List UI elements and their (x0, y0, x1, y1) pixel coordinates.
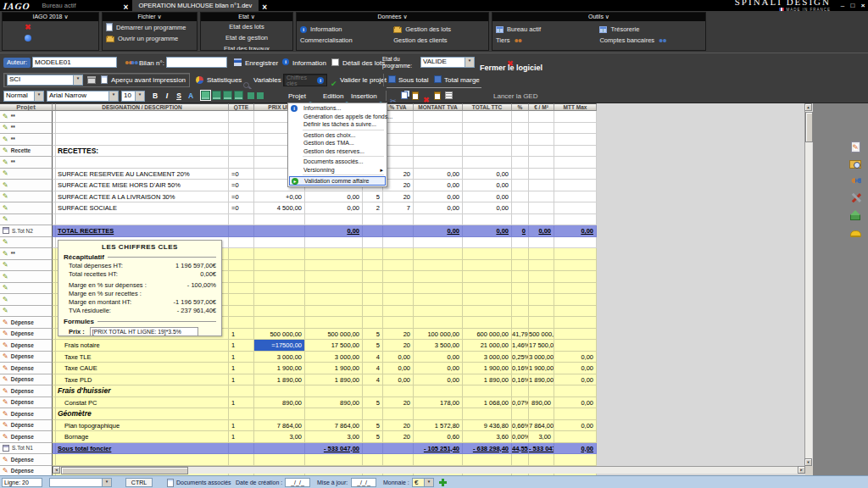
cell-pct[interactable]: 0,66% (512, 420, 529, 432)
cell-pct[interactable] (512, 237, 529, 249)
scroll-down-icon[interactable]: ▼ (804, 458, 812, 466)
etat-des-lots-button[interactable]: Etat des lots (201, 21, 292, 32)
cell-c1[interactable] (363, 237, 383, 249)
cell-em[interactable] (529, 202, 554, 214)
cell-em[interactable]: 0,00 (529, 225, 554, 237)
row-selector-cell[interactable]: Dépense (0, 408, 53, 420)
cell-mtva[interactable] (414, 385, 463, 397)
scrollbar-thumb[interactable] (805, 112, 813, 142)
sous-total-button[interactable]: Sous total (398, 76, 429, 84)
cell-mtt[interactable]: 0,00 (554, 397, 597, 409)
chevron-down-icon[interactable] (465, 58, 474, 67)
cell-pct[interactable] (512, 111, 529, 123)
cell-c1[interactable] (363, 283, 383, 295)
cell-tva[interactable] (383, 237, 414, 249)
cell-c1[interactable] (363, 225, 383, 237)
cell-mtva[interactable]: - 105 251,40 (414, 443, 463, 455)
insertion-menu-button[interactable]: Insertion (351, 92, 377, 100)
cell-ht[interactable] (305, 237, 363, 249)
cell-pu[interactable]: 4 500,00 (254, 202, 305, 214)
cell-q[interactable]: 1 (229, 397, 254, 409)
cell-tva[interactable] (383, 408, 414, 420)
table-row[interactable]: DépenseFrais d'huissier (0, 385, 597, 397)
column-header-p[interactable]: Projet (0, 103, 53, 111)
cell-mtva[interactable]: 0,00 (414, 363, 463, 374)
cell-c1[interactable]: 5 (363, 420, 383, 432)
cell-d[interactable]: Frais notaire (56, 340, 229, 352)
row-selector-cell[interactable] (0, 237, 53, 249)
cell-pct[interactable]: 41,79.. (512, 329, 529, 341)
cell-d[interactable]: Frais d'huissier (56, 385, 229, 397)
row-selector-cell[interactable]: ** (0, 248, 53, 260)
cell-d[interactable] (56, 214, 229, 226)
table-row[interactable]: DépenseTaxe CAUE11 900,001 900,0040,000,… (0, 363, 597, 374)
cell-q[interactable] (229, 134, 254, 146)
cell-d[interactable]: Taxe CAUE (56, 363, 229, 374)
column-header-em[interactable]: € / M² (529, 103, 554, 111)
cell-c1[interactable]: 4 (363, 352, 383, 363)
cell-pu[interactable]: 1 890,00 (254, 374, 305, 386)
cell-q[interactable] (229, 408, 254, 420)
cell-ht[interactable]: 890,00 (305, 397, 363, 409)
cell-c1[interactable] (363, 294, 383, 306)
cell-mtva[interactable] (414, 111, 463, 123)
cell-ht[interactable]: 17 500,00 (305, 340, 363, 352)
cell-c1[interactable] (363, 454, 383, 466)
cell-d[interactable]: Bornage (56, 431, 229, 443)
cell-d[interactable] (56, 123, 229, 135)
paste-special-icon[interactable] (434, 92, 441, 100)
row-selector-cell[interactable]: Dépense (0, 454, 53, 466)
cell-d[interactable] (56, 111, 229, 123)
cell-q[interactable]: 1 (229, 374, 254, 386)
context-menu-item[interactable]: Génération des appels de fonds... (289, 113, 386, 121)
cell-ht[interactable] (305, 271, 363, 283)
cell-ttc[interactable] (463, 146, 512, 158)
row-selector-cell[interactable] (0, 169, 53, 180)
cell-pu[interactable] (254, 385, 305, 397)
chevron-down-icon[interactable] (108, 92, 118, 101)
chevron-down-icon[interactable] (424, 479, 433, 486)
cell-ht[interactable] (305, 385, 363, 397)
cell-mtt[interactable]: 0,00 (554, 374, 597, 386)
cell-c1[interactable] (363, 385, 383, 397)
row-selector-cell[interactable] (0, 306, 53, 318)
cell-pct[interactable]: 0,16% (512, 374, 529, 386)
paste-icon[interactable] (412, 92, 419, 100)
tab-bureau-actif[interactable]: Bureau actif (36, 0, 120, 11)
contacts-icon[interactable] (849, 175, 862, 189)
cell-pct[interactable] (512, 146, 529, 158)
cell-ht[interactable]: 0,00 (305, 191, 363, 203)
cell-ttc[interactable] (463, 111, 512, 123)
table-row[interactable]: DépensePlan topographique17 864,007 864,… (0, 420, 597, 432)
cell-mtt[interactable] (554, 340, 597, 352)
cell-pct[interactable] (512, 385, 529, 397)
scroll-up-icon[interactable]: ▲ (804, 103, 812, 111)
cell-pu[interactable]: 3,00 (254, 431, 305, 443)
notes-document-icon[interactable] (849, 141, 862, 155)
cell-mtt[interactable] (554, 283, 597, 295)
ribbon-group-fichier-title[interactable]: Fichier ∨ (103, 13, 197, 21)
italic-button[interactable]: I (162, 92, 172, 100)
cell-mtt[interactable] (554, 431, 597, 443)
bureau-actif-button[interactable]: Bureau actif (492, 21, 596, 35)
row-selector-cell[interactable] (0, 294, 53, 306)
cell-pct[interactable] (512, 180, 529, 191)
statusbar-select[interactable] (49, 478, 112, 487)
hard-hat-icon[interactable] (849, 226, 862, 240)
cell-tva[interactable] (383, 306, 414, 318)
cell-q[interactable] (229, 317, 254, 329)
cell-d[interactable] (56, 134, 229, 146)
ribbon-group-donnees-title[interactable]: Données ∨ (297, 13, 488, 21)
cell-ht[interactable] (305, 283, 363, 295)
cell-pct[interactable] (512, 294, 529, 306)
cell-c1[interactable]: 5 (363, 340, 383, 352)
cell-em[interactable] (529, 237, 554, 249)
font-select[interactable]: Arial Narrow (47, 91, 119, 102)
row-selector-cell[interactable]: Dépense (0, 374, 53, 386)
cell-mtt[interactable] (554, 408, 597, 420)
cell-q[interactable]: 1 (229, 431, 254, 443)
cell-tva[interactable]: 0,00 (383, 374, 414, 386)
cell-mtva[interactable]: 0,00 (414, 352, 463, 363)
cell-q[interactable]: =0 (229, 180, 254, 191)
table-row[interactable]: DépenseBornage13,003,005200,603,600,00%3… (0, 431, 597, 443)
